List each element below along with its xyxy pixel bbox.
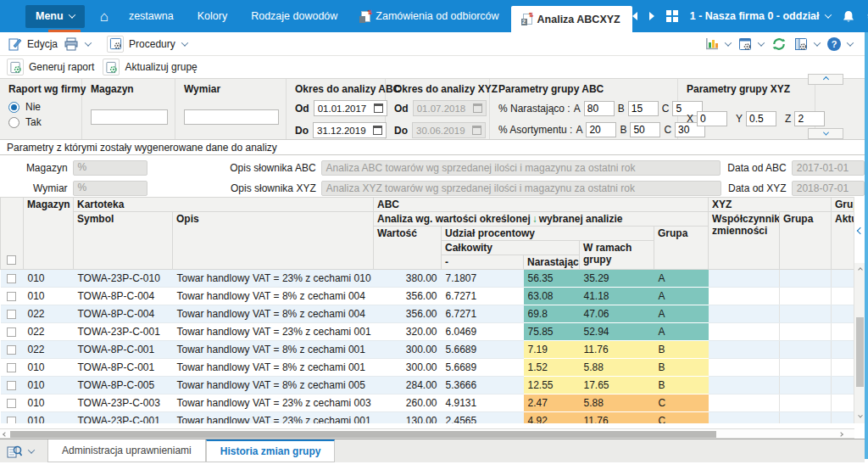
procedures-button[interactable]: Procedury (107, 36, 187, 53)
col-grupa-abc[interactable]: Grupa (654, 227, 709, 270)
xyz-y-input[interactable] (746, 111, 776, 126)
cell-narastajaco[interactable]: 1.52 (524, 359, 580, 377)
view-settings-button[interactable] (738, 37, 764, 51)
cell-w-ramach-grupy[interactable]: 52.94 (580, 323, 654, 341)
table-row[interactable]: 010 TOWA-8P-C-001 Towar handlowy VAT = 8… (1, 359, 854, 377)
cell-calkowity[interactable]: 2.4565 (442, 412, 524, 424)
company-selector[interactable]: 1 - Nasza firma 0 - oddział (690, 10, 831, 22)
cell-opis[interactable]: Towar handlowy VAT = 8% z cechami 001 (173, 359, 374, 377)
cell-wartosc[interactable]: 320.00 (374, 323, 442, 341)
abc-a-asortyment-input[interactable] (586, 122, 616, 137)
table-row[interactable]: 022 TOWA-8P-C-001 Towar handlowy VAT = 8… (1, 341, 854, 359)
cell-w-ramach-grupy[interactable]: 47.06 (580, 305, 654, 323)
date-from-abc-input[interactable] (318, 104, 370, 114)
cell-w-ramach-grupy[interactable]: 17.65 (580, 377, 654, 394)
cell-calkowity[interactable]: 5.6689 (442, 359, 524, 377)
cell-aktualna[interactable] (832, 341, 854, 359)
cell-opis[interactable]: Towar handlowy VAT = 23% z cechami 001 (173, 412, 374, 424)
xyz-x-input[interactable] (697, 111, 727, 126)
vertical-scroll-thumb[interactable] (856, 317, 864, 387)
row-checkbox[interactable] (7, 292, 16, 301)
col-analiza[interactable]: Analiza wg. wartości określonej↓wybranej… (374, 212, 709, 227)
cell-opis[interactable]: Towar handlowy VAT = 8% z cechami 004 (173, 288, 374, 305)
cell-opis[interactable]: Towar handlowy VAT = 23% z cechami 010 (173, 270, 374, 288)
nav-forward-icon[interactable] (649, 12, 654, 20)
cell-symbol[interactable]: TOWA-23P-C-001 (74, 323, 173, 341)
cell-calkowity[interactable]: 7.1807 (442, 270, 524, 288)
cell-symbol[interactable]: TOWA-23P-C-001 (74, 412, 173, 424)
cell-opis[interactable]: Towar handlowy VAT = 8% z cechami 005 (173, 377, 374, 394)
cell-w-ramach-grupy[interactable]: 11.76 (580, 412, 654, 424)
cell-magazyn[interactable]: 022 (24, 305, 74, 323)
row-checkbox[interactable] (7, 399, 16, 408)
col-dash[interactable]: - (442, 255, 524, 270)
cell-magazyn[interactable]: 022 (24, 323, 74, 341)
cell-aktualna[interactable] (832, 270, 854, 288)
collapse-up-button[interactable] (808, 74, 843, 85)
cell-grupa-xyz[interactable] (780, 270, 832, 288)
wymiar-input[interactable] (184, 109, 279, 125)
cell-narastajaco[interactable]: 56.35 (524, 270, 580, 288)
cell-w-ramach-grupy[interactable]: 5.88 (580, 394, 654, 412)
col-symbol[interactable]: Symbol (74, 212, 173, 270)
tab-historia-zmian-grupy[interactable]: Historia zmian grupy (206, 439, 336, 462)
cell-symbol[interactable]: TOWA-23P-C-003 (74, 394, 173, 412)
cell-wspolczynnik[interactable] (709, 394, 780, 412)
row-checkbox[interactable] (7, 363, 16, 372)
titlebar-tab-1[interactable]: zestawna (117, 0, 186, 32)
col-w-ramach[interactable]: W ramach grupy (580, 241, 654, 270)
cell-wartosc[interactable]: 380.00 (374, 270, 442, 288)
cell-symbol[interactable]: TOWA-8P-C-004 (74, 305, 173, 323)
cell-narastajaco[interactable]: 69.8 (524, 305, 580, 323)
cell-symbol[interactable]: TOWA-23P-C-010 (74, 270, 173, 288)
cell-wartosc[interactable]: 356.00 (374, 288, 442, 305)
cell-narastajaco[interactable]: 4.92 (524, 412, 580, 424)
table-row[interactable]: 022 TOWA-23P-C-001 Towar handlowy VAT = … (1, 323, 854, 341)
radio-tak[interactable]: Tak (8, 116, 75, 128)
cell-calkowity[interactable]: 4.9131 (442, 394, 524, 412)
row-checkbox[interactable] (7, 381, 16, 390)
col-grupa-xyz[interactable]: Grupa (780, 212, 832, 270)
cell-grupa[interactable]: B (654, 341, 709, 359)
calendar-icon[interactable] (374, 104, 383, 113)
cell-magazyn[interactable]: 010 (24, 412, 74, 424)
col-udzial[interactable]: Udział procentowy (442, 227, 654, 241)
table-row[interactable]: 010 TOWA-8P-C-005 Towar handlowy VAT = 8… (1, 377, 854, 394)
print-button[interactable] (64, 37, 91, 51)
cell-wspolczynnik[interactable] (709, 359, 780, 377)
date-to-abc-input[interactable] (317, 126, 370, 136)
cell-grupa[interactable]: A (654, 305, 709, 323)
cell-grupa[interactable]: B (654, 377, 709, 394)
titlebar-tab-3[interactable]: Rodzaje dowodów (239, 0, 349, 32)
tab-administracja-uprawnieniami[interactable]: Administracja uprawnieniami (47, 439, 206, 462)
select-all-cell[interactable] (1, 198, 24, 270)
cell-wartosc[interactable]: 300.00 (374, 341, 442, 359)
refresh-icon[interactable] (771, 36, 787, 52)
col-wspolczynnik[interactable]: Współczynnik zmienności (709, 212, 780, 270)
cell-magazyn[interactable]: 022 (24, 341, 74, 359)
cell-wspolczynnik[interactable] (709, 341, 780, 359)
generate-report-button[interactable]: Generuj raport (7, 59, 94, 76)
cell-symbol[interactable]: TOWA-8P-C-005 (74, 377, 173, 394)
cell-wspolczynnik[interactable] (709, 270, 780, 288)
cell-grupa-xyz[interactable] (780, 377, 832, 394)
calendar-icon[interactable] (373, 126, 382, 135)
abc-a-narastajaco-input[interactable] (584, 101, 615, 116)
cell-opis[interactable]: Towar handlowy VAT = 8% z cechami 001 (173, 341, 374, 359)
cell-calkowity[interactable]: 5.6689 (442, 341, 524, 359)
cell-wspolczynnik[interactable] (709, 288, 780, 305)
edit-button[interactable]: Edycja (8, 37, 58, 51)
cell-opis[interactable]: Towar handlowy VAT = 8% z cechami 004 (173, 305, 374, 323)
help-button[interactable]: ? (827, 37, 853, 51)
cell-aktualna[interactable] (832, 377, 854, 394)
docked-panel-strip[interactable] (865, 32, 868, 459)
col-narastajaco[interactable]: Narastająco (524, 255, 580, 270)
cell-grupa[interactable]: C (654, 412, 709, 424)
cell-wartosc[interactable]: 356.00 (374, 305, 442, 323)
col-calkowity[interactable]: Całkowity (442, 241, 580, 255)
table-row[interactable]: 010 TOWA-23P-C-010 Towar handlowy VAT = … (1, 270, 854, 288)
cell-magazyn[interactable]: 010 (24, 394, 74, 412)
cell-grupa-xyz[interactable] (780, 305, 832, 323)
cell-grupa[interactable]: C (654, 394, 709, 412)
update-group-button[interactable]: Aktualizuj grupę (103, 59, 197, 76)
